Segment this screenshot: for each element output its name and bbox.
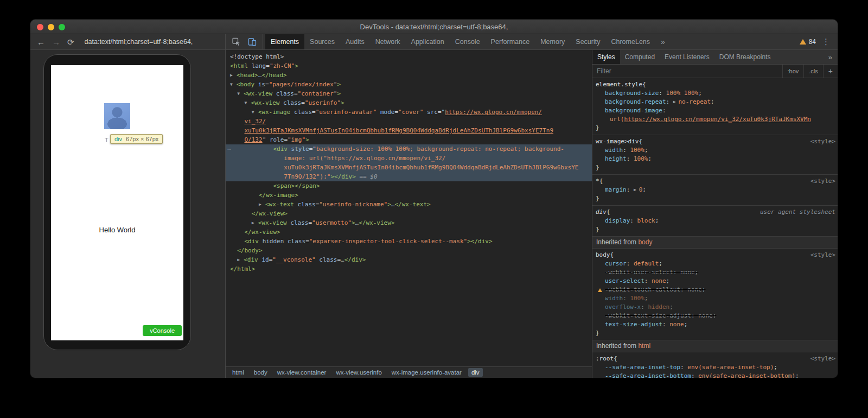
css-property[interactable]: width: 100%; bbox=[596, 146, 835, 155]
breadcrumb-item[interactable]: wx-image.userinfo-avatar bbox=[388, 368, 465, 377]
inherited-node-link[interactable]: html bbox=[638, 342, 650, 350]
css-property[interactable]: margin: ▶ 0; bbox=[596, 186, 835, 194]
avatar-image[interactable] bbox=[104, 103, 130, 129]
css-property[interactable]: user-select: none; bbox=[596, 277, 835, 286]
rule-selector[interactable]: :root bbox=[596, 354, 614, 363]
tab-network[interactable]: Network bbox=[370, 34, 406, 49]
tabs-overflow-icon[interactable]: » bbox=[655, 34, 671, 49]
tree-line[interactable]: Q/132" role="img"> bbox=[230, 135, 592, 144]
tab-chromelens[interactable]: ChromeLens bbox=[605, 34, 655, 49]
close-window-button[interactable] bbox=[37, 24, 43, 30]
tree-line[interactable]: </wx-view> bbox=[230, 227, 592, 237]
rule-origin-link[interactable]: <style> bbox=[806, 177, 835, 186]
tab-console[interactable]: Console bbox=[450, 34, 486, 49]
expand-arrow-icon[interactable]: ▶ bbox=[259, 200, 265, 209]
vconsole-button[interactable]: vConsole bbox=[143, 325, 182, 336]
tab-security[interactable]: Security bbox=[570, 34, 605, 49]
rule-selector[interactable]: wx-image>div bbox=[596, 137, 639, 146]
rule-origin-link[interactable]: <style> bbox=[806, 251, 835, 259]
rule-origin-link[interactable]: <style> bbox=[806, 137, 835, 146]
tree-line[interactable]: <span></span> bbox=[230, 181, 592, 191]
sidebar-tab-dom-breakpoints[interactable]: DOM Breakpoints bbox=[714, 50, 776, 64]
tree-line[interactable]: <div hidden class="exparser-inspector-to… bbox=[230, 237, 592, 246]
tree-line[interactable]: </html> bbox=[230, 264, 592, 274]
css-url-link[interactable]: https://wx.qlogo.cn/mmopen/vi_32/xuTu0k3… bbox=[624, 116, 811, 123]
tab-sources[interactable]: Sources bbox=[304, 34, 340, 49]
rule-origin-link[interactable]: user agent stylesheet bbox=[756, 208, 835, 217]
expand-arrow-icon[interactable]: ▼ bbox=[252, 107, 258, 117]
tree-line[interactable]: </wx-image> bbox=[230, 191, 592, 200]
tree-line[interactable]: 7Tn9Q/132");"></div> == $0 bbox=[226, 172, 592, 181]
forward-icon[interactable]: → bbox=[52, 38, 60, 46]
tree-line[interactable]: </wx-view> bbox=[230, 209, 592, 218]
breadcrumb-item[interactable]: html bbox=[229, 368, 247, 377]
tree-line[interactable]: <html lang="zh-CN"> bbox=[230, 61, 592, 71]
css-property[interactable]: background-image: bbox=[596, 106, 835, 115]
tab-memory[interactable]: Memory bbox=[535, 34, 570, 49]
css-property[interactable]: -webkit-user-select: none; bbox=[596, 268, 835, 277]
menu-icon[interactable]: ⋮ bbox=[820, 37, 832, 47]
css-property[interactable]: -webkit-touch-callout: none; bbox=[596, 286, 835, 294]
new-style-rule-button[interactable]: + bbox=[823, 65, 838, 78]
css-property[interactable]: -webkit-text-size-adjust: none; bbox=[596, 312, 835, 320]
expand-arrow-icon[interactable]: ▶ bbox=[237, 255, 244, 264]
breadcrumb-item[interactable]: wx-view.container bbox=[274, 368, 330, 377]
tab-performance[interactable]: Performance bbox=[486, 34, 535, 49]
rule-selector[interactable]: body bbox=[596, 251, 610, 259]
css-property[interactable]: text-size-adjust: none; bbox=[596, 320, 835, 329]
sidebar-tab-computed[interactable]: Computed bbox=[620, 50, 660, 64]
inspect-element-icon[interactable] bbox=[229, 36, 243, 48]
rule-selector[interactable]: div bbox=[596, 208, 607, 217]
tab-audits[interactable]: Audits bbox=[340, 34, 370, 49]
css-property[interactable]: --safe-area-inset-top: env(safe-area-ins… bbox=[596, 363, 835, 372]
breadcrumb-item[interactable]: div bbox=[468, 368, 483, 377]
warnings-badge[interactable]: 84 bbox=[800, 38, 816, 46]
more-actions-icon[interactable]: ⋯ bbox=[227, 144, 231, 154]
tree-line[interactable]: image: url("https://wx.qlogo.cn/mmopen/v… bbox=[226, 154, 592, 163]
pseudo-state-button[interactable]: :hov bbox=[782, 65, 804, 78]
rule-origin-link[interactable]: <style> bbox=[806, 354, 835, 363]
tree-line[interactable]: ⋯ <div style="background-size: 100% 100%… bbox=[226, 144, 592, 154]
breadcrumb-item[interactable]: wx-view.userinfo bbox=[333, 368, 385, 377]
tree-line[interactable]: ▶<wx-text class="userinfo-nickname">…</w… bbox=[230, 200, 592, 209]
sidebar-tab-event-listeners[interactable]: Event Listeners bbox=[660, 50, 714, 64]
device-toolbar-icon[interactable] bbox=[245, 36, 259, 48]
expand-arrow-icon[interactable]: ▶ bbox=[252, 218, 258, 227]
tree-line[interactable]: ▶<div id="__vconsole" class=…</div> bbox=[230, 255, 592, 264]
tab-elements[interactable]: Elements bbox=[265, 34, 304, 49]
css-property[interactable]: background-size: 100% 100%; bbox=[596, 89, 835, 98]
tree-line[interactable]: </body> bbox=[230, 246, 592, 255]
minimize-window-button[interactable] bbox=[48, 24, 54, 30]
tree-line[interactable]: ▼<body is="pages/index/index"> bbox=[230, 80, 592, 89]
tree-line[interactable]: ▼<wx-image class="userinfo-avatar" mode=… bbox=[230, 107, 592, 117]
tree-line[interactable]: ▼<wx-view class="userinfo"> bbox=[230, 98, 592, 107]
breadcrumb-item[interactable]: body bbox=[251, 368, 271, 377]
expand-arrow-icon[interactable]: ▼ bbox=[237, 89, 244, 98]
tree-line[interactable]: xuTu0k3jRTaJKmsXVMnfjASTusIn04ibcmQbhub1… bbox=[226, 163, 592, 172]
css-property[interactable]: overflow-x: hidden; bbox=[596, 303, 835, 312]
css-value-continuation[interactable]: url(https://wx.qlogo.cn/mmopen/vi_32/xuT… bbox=[596, 115, 835, 124]
sidebar-tabs-overflow-icon[interactable]: » bbox=[823, 50, 838, 64]
reload-icon[interactable]: ⟳ bbox=[67, 38, 74, 46]
expand-arrow-icon[interactable]: ▼ bbox=[245, 98, 251, 107]
rule-selector[interactable]: * bbox=[596, 177, 599, 186]
css-property[interactable]: cursor: default; bbox=[596, 259, 835, 268]
tree-line[interactable]: ▶<head>…</head> bbox=[230, 71, 592, 80]
css-property[interactable]: height: 100%; bbox=[596, 155, 835, 163]
inherited-node-link[interactable]: body bbox=[638, 238, 652, 246]
expand-shorthand-icon[interactable]: ▶ bbox=[634, 187, 639, 192]
tree-line[interactable]: ▶<wx-view class="usermotto">…</wx-view> bbox=[230, 218, 592, 227]
tree-line[interactable]: xuTu0k3jRTaJKmsXVMnfjASTusIn04ibcmQbhub1… bbox=[230, 126, 592, 135]
tree-line[interactable]: vi_32/ bbox=[230, 117, 592, 126]
tab-application[interactable]: Application bbox=[406, 34, 450, 49]
tree-line[interactable]: ▼<wx-view class="container"> bbox=[230, 89, 592, 98]
element-class-button[interactable]: .cls bbox=[803, 65, 823, 78]
css-property[interactable]: display: block; bbox=[596, 217, 835, 225]
css-property[interactable]: --safe-area-inset-bottom: env(safe-area-… bbox=[596, 372, 835, 378]
sidebar-tab-styles[interactable]: Styles bbox=[592, 50, 620, 64]
address-bar[interactable]: data:text/html;charset=utf-8;base64, bbox=[85, 38, 193, 46]
styles-filter-input[interactable] bbox=[592, 65, 782, 78]
expand-arrow-icon[interactable]: ▼ bbox=[230, 80, 237, 89]
rule-selector[interactable]: element.style bbox=[596, 80, 642, 89]
tree-line[interactable]: <!doctype html> bbox=[230, 52, 592, 61]
